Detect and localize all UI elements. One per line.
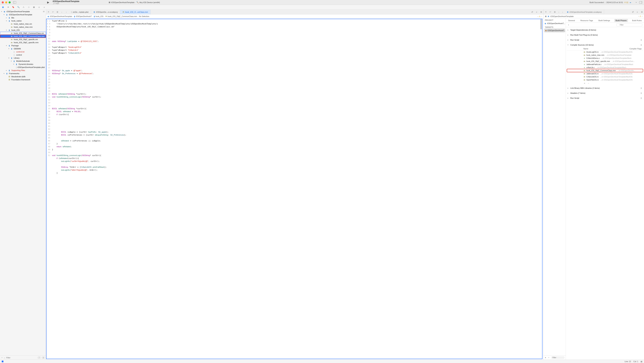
compile-source-row[interactable]: mJailbreakiOS.m...in iOSOpenDevHookTempl… <box>567 72 643 75</box>
jump-next-icon[interactable]: › <box>642 15 642 17</box>
minimap-icon[interactable]: ▤ <box>640 361 642 363</box>
tree-row[interactable]: ▸▮Supporting Files <box>0 69 46 72</box>
tree-row[interactable]: ▾▮DEBIAN <box>0 47 46 50</box>
adjust-editor-icon[interactable]: ≡ <box>635 11 640 13</box>
phase-header[interactable]: ▸Headers (7 items)🗑 <box>567 91 643 95</box>
jump-bar[interactable]: ◉ iOSOpenDevHookTemplate › ▮ iOSOpenDevH… <box>46 14 543 18</box>
scrollbar[interactable] <box>540 19 542 359</box>
disclosure-icon[interactable]: ▾ <box>13 63 14 65</box>
add-source-button[interactable]: ＋ <box>584 82 586 85</box>
bookmark-navigator-icon[interactable]: 🔖 <box>12 6 14 8</box>
trash-icon[interactable]: 🗑 <box>640 97 642 99</box>
remove-target-button[interactable]: － <box>548 356 550 359</box>
tab[interactable]: ◉ iOSOpenDevHookTemplate.xcodeproj <box>564 10 604 14</box>
targets-filter-input[interactable] <box>551 356 565 359</box>
nav-fwd-icon[interactable]: › <box>64 11 68 13</box>
disclosure-icon[interactable]: ▸ <box>568 39 569 41</box>
disclosure-icon[interactable]: ▸ <box>568 29 569 31</box>
trash-icon[interactable]: 🗑 <box>640 92 642 94</box>
find-navigator-icon[interactable]: 🔍 <box>17 6 20 8</box>
run-button[interactable]: ▶ <box>47 1 49 4</box>
tree-row[interactable]: mhook_native_misc.mm <box>0 25 46 28</box>
tree-row[interactable]: 🏛libsubstrate.dylib <box>0 75 46 78</box>
disclosure-icon[interactable]: ▸ <box>568 34 569 36</box>
project-navigator-icon[interactable]: ▦ <box>2 6 4 8</box>
compile-source-row[interactable]: mhook_native_misc.mm...in iOSOpenDevHook… <box>567 53 643 57</box>
disclosure-icon[interactable]: ▾ <box>8 48 10 49</box>
jump-crumb[interactable]: No Selection <box>139 15 150 17</box>
jump-next-icon[interactable]: › <box>541 15 542 17</box>
tree-row[interactable]: ▾▮Package <box>0 44 46 47</box>
target-row[interactable]: ◆ iOSOpenDevHookT... <box>544 28 565 32</box>
jump-crumb[interactable]: hook_iOS <box>96 15 104 17</box>
build-status[interactable]: Build Succeeded | 2024/11/23 at 16:51 ⚠ … <box>590 1 631 3</box>
tree-row[interactable]: 🏛Foundation.framework <box>0 78 46 81</box>
project-tab[interactable]: Build Rules <box>631 19 643 22</box>
tree-row[interactable]: ▾▮Frameworks <box>0 72 46 75</box>
phase-header[interactable]: ▸Run Script🗑 <box>567 96 643 100</box>
back-button[interactable]: ↩ <box>548 11 552 13</box>
add-editor-icon[interactable]: ⊞ <box>539 11 543 13</box>
trash-icon[interactable]: 🗑 <box>640 87 642 89</box>
debug-navigator-icon[interactable]: ▦ <box>33 6 35 8</box>
phase-header[interactable]: ▾Compile Sources (10 items)🗑 <box>567 43 643 47</box>
project-tab[interactable]: Build Phases <box>614 19 628 22</box>
code-editor[interactable]: 1 2 3 4 5 6 7 8 9 10 11 12 13 14 15 16 1… <box>46 19 542 359</box>
disclosure-icon[interactable]: ▾ <box>568 44 569 46</box>
nav-fwd-icon[interactable]: › <box>561 11 564 13</box>
compare-icon[interactable]: ⇄ <box>530 11 534 13</box>
disclosure-icon[interactable]: ▾ <box>10 60 12 62</box>
disclosure-icon[interactable]: ▸ <box>568 97 569 99</box>
tree-row[interactable]: ▾▮MobileSubstrate <box>0 59 46 63</box>
source-control-navigator-icon[interactable]: ⊗ <box>7 6 9 8</box>
warning-icon[interactable]: ⚠ <box>640 15 641 17</box>
phase-filter-input[interactable] <box>616 23 642 26</box>
disclosure-icon[interactable]: ▾ <box>8 57 10 59</box>
navigator-filter-input[interactable] <box>6 357 36 359</box>
project-tab[interactable]: General <box>567 19 576 22</box>
compile-source-row[interactable]: mCrifanLibiOS.m...in iOSOpenDevHookTempl… <box>567 75 643 78</box>
adjust-editor-icon[interactable]: ≡ <box>534 11 539 13</box>
add-file-button[interactable]: ＋ <box>1 356 3 359</box>
minimize-window[interactable] <box>5 1 7 3</box>
tree-row[interactable]: ▯iOSOpenDevHookTemplate.plist <box>0 66 46 69</box>
zoom-window[interactable] <box>8 1 11 3</box>
editor-tab[interactable]: ▯enDe...mplate.plist <box>68 10 91 14</box>
code-content[interactable]: "k-pre">#line 1 "/Users/crifan/dev/dev_r… <box>51 19 542 359</box>
close-window[interactable] <box>2 1 4 3</box>
project-tab[interactable]: Build Settings <box>597 19 612 22</box>
editor-tab[interactable]: ◉iOSOpenDe...e.xcodeproj <box>91 10 120 14</box>
tree-row[interactable]: ▾▮Library <box>0 56 46 59</box>
project-row[interactable]: ◉ iOSOpenDevHookT... <box>544 21 566 25</box>
disclosure-icon[interactable]: ▾ <box>1 11 2 12</box>
disclosure-icon[interactable]: ▸ <box>6 69 7 71</box>
test-navigator-icon[interactable]: ◇ <box>28 6 30 8</box>
tree-row[interactable]: mhook_iOS_ObjC_specific.mm <box>0 41 46 44</box>
disclosure-icon[interactable]: ▾ <box>6 29 7 31</box>
disclosure-icon[interactable]: ▾ <box>3 14 5 15</box>
tree-row[interactable]: ▾▮hook_native <box>0 19 46 22</box>
add-button[interactable]: ＋ <box>635 1 638 3</box>
scm-filter-icon[interactable]: ⊞ <box>42 357 45 359</box>
cloud-icon[interactable]: ☁ <box>629 1 631 3</box>
disclosure-icon[interactable]: ▸ <box>6 17 7 18</box>
phase-header[interactable]: ▸Link Binary With Libraries (2 items)🗑 <box>567 86 643 90</box>
compare-icon[interactable]: ⇄ <box>630 11 635 13</box>
trash-icon[interactable]: 🗑 <box>640 44 642 46</box>
scroll-thumb[interactable] <box>540 19 542 29</box>
jump-prev-icon[interactable]: ‹ <box>638 15 639 17</box>
compile-source-row[interactable]: ccrifanLib.c...in iOSOpenDevHookTemplate… <box>567 66 643 69</box>
toggle-navigator-icon[interactable] <box>13 1 16 3</box>
disclosure-icon[interactable]: ▾ <box>3 73 5 74</box>
phase-header[interactable]: ▸Target Dependencies (0 items) <box>567 28 643 32</box>
clock-filter-icon[interactable]: ⏱ <box>38 357 41 359</box>
jump-crumb[interactable]: iOSOpenDevHookTemplate <box>50 15 72 17</box>
scheme-selector[interactable]: 🏛 iOSOpenDevHookTemplate › 🔨 Any iOS Dev… <box>108 1 160 3</box>
tree-row[interactable]: ▯control <box>0 53 46 56</box>
right-jump-bar[interactable]: ▣ ◉ iOSOpenDevHookTemplate ‹ ⚠ › <box>544 14 644 18</box>
nav-back-icon[interactable]: ‹ <box>60 11 64 13</box>
disclosure-icon[interactable]: ▾ <box>6 45 7 46</box>
tree-row[interactable]: mhook_iOS_ObjC_specific.xm <box>0 38 46 41</box>
compile-source-row[interactable]: mOpenFileiOS.m...in iOSOpenDevHookTempla… <box>567 78 643 81</box>
warnings-badge[interactable]: ⚠ 11 <box>624 1 628 3</box>
